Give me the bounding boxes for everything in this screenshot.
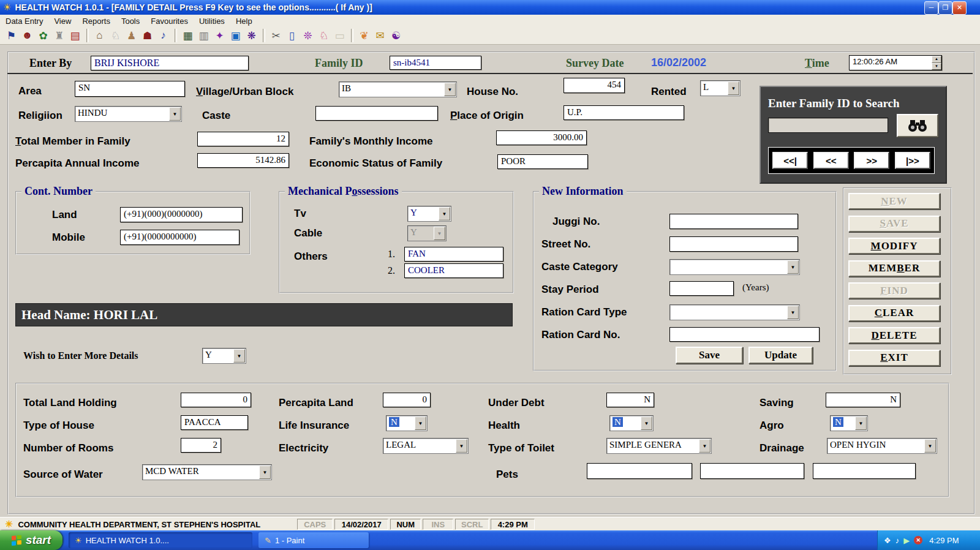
member-icon[interactable]: ☻ (20, 28, 35, 43)
menu-item-tools[interactable]: Tools (116, 16, 145, 26)
health-select[interactable]: N▼ (609, 415, 654, 431)
pets-field-3[interactable] (813, 463, 916, 479)
pets-field-1[interactable] (587, 463, 692, 479)
start-button[interactable]: start (0, 530, 62, 550)
juggi-no-field[interactable] (669, 214, 798, 229)
total-land-field[interactable]: 0 (181, 393, 251, 407)
monitor-icon[interactable]: ▣ (228, 28, 243, 43)
ration-card-type-select[interactable]: ▼ (669, 304, 800, 320)
statue-icon[interactable]: ♟ (124, 28, 139, 43)
percapita-income-field[interactable]: 5142.86 (197, 153, 289, 168)
cut-icon[interactable]: ✂ (268, 28, 284, 43)
maximize-button[interactable]: ❐ (938, 1, 952, 15)
member-button[interactable]: MEMBER (848, 260, 940, 277)
chevron-down-icon[interactable]: ▼ (855, 416, 867, 430)
menu-item-reports[interactable]: Reports (77, 16, 116, 26)
volume-icon[interactable]: ♪ (895, 536, 900, 545)
others-2-field[interactable]: COOLER (404, 263, 503, 278)
source-of-water-select[interactable]: MCD WATER▼ (142, 464, 272, 480)
notes-icon[interactable]: ♪ (156, 28, 171, 43)
chat-icon[interactable]: ✦ (212, 28, 227, 43)
agro-select[interactable]: N▼ (830, 415, 868, 431)
prev-record-button[interactable]: << (813, 152, 849, 169)
menu-item-utilities[interactable]: Utilities (194, 16, 230, 26)
grapes-icon[interactable]: ❋ (244, 28, 259, 43)
stay-period-field[interactable] (669, 281, 734, 296)
rabbit-icon[interactable]: ♘ (316, 28, 331, 43)
chevron-down-icon[interactable]: ▼ (641, 416, 652, 430)
chevron-down-icon[interactable]: ▼ (787, 306, 799, 319)
village-block-select[interactable]: IB▼ (339, 81, 457, 97)
enter-by-field[interactable]: BRIJ KISHORE (91, 56, 249, 70)
chevron-down-icon[interactable]: ▼ (787, 260, 799, 274)
chevron-down-icon[interactable]: ▼ (699, 439, 710, 453)
economic-status-field[interactable]: POOR (497, 154, 588, 169)
drainage-select[interactable]: OPEN HYGIN▼ (827, 438, 937, 454)
house-no-field[interactable]: 454 (564, 78, 625, 93)
type-of-house-field[interactable]: PAACCA (181, 415, 248, 430)
close-button[interactable]: ✕ (952, 1, 967, 15)
books-icon[interactable]: ▤ (67, 28, 83, 43)
house-icon[interactable]: ⌂ (92, 28, 107, 43)
cake-icon[interactable]: ♜ (51, 28, 67, 43)
menu-item-view[interactable]: View (48, 16, 77, 26)
monthly-income-field[interactable]: 3000.00 (496, 130, 587, 145)
family-form-icon[interactable]: ⚑ (4, 28, 19, 43)
tv-select[interactable]: Y▼ (407, 206, 451, 222)
time-field[interactable]: 12:00:26 AM (849, 55, 942, 70)
menu-item-help[interactable]: Help (230, 16, 258, 26)
printer-icon[interactable]: ▦ (180, 28, 195, 43)
security-alert-icon[interactable]: ✕ (914, 536, 922, 544)
clear-button[interactable]: CLEAR (848, 305, 940, 322)
newinfo-save-button[interactable]: Save (676, 347, 743, 364)
task-paint[interactable]: ✎ 1 - Paint (258, 532, 369, 548)
under-debt-field[interactable]: N (606, 393, 654, 407)
minimize-button[interactable]: ─ (924, 1, 938, 15)
sparkle-icon[interactable]: ❊ (300, 28, 315, 43)
exit-button[interactable]: EXIT (848, 350, 940, 366)
electricity-select[interactable]: LEGAL▼ (383, 438, 469, 454)
time-spinner[interactable]: ▲▼ (932, 56, 941, 70)
users-icon[interactable]: ☯ (388, 28, 404, 43)
report-grid-icon[interactable]: ▥ (196, 28, 211, 43)
spinner-up-icon[interactable]: ▲ (932, 56, 941, 63)
network-icon[interactable]: ❖ (884, 536, 891, 545)
task-health-watch[interactable]: ☀ HEALTH WATCH 1.0.... (69, 532, 252, 548)
menu-item-data-entry[interactable]: Data Entry (0, 16, 48, 26)
chevron-down-icon[interactable]: ▼ (259, 465, 271, 479)
number-of-rooms-field[interactable]: 2 (181, 438, 221, 453)
menu-item-favourites[interactable]: Favourites (145, 16, 194, 26)
family-id-field[interactable]: sn-ib4541 (390, 56, 481, 70)
street-no-field[interactable] (669, 236, 798, 252)
percapita-land-field[interactable]: 0 (383, 393, 431, 407)
life-insurance-select[interactable]: N▼ (386, 415, 428, 431)
ration-card-no-field[interactable] (669, 327, 820, 342)
spinner-down-icon[interactable]: ▼ (932, 63, 941, 70)
mill-icon[interactable]: ♘ (108, 28, 123, 43)
land-phone-field[interactable]: (+91)(000)(0000000) (120, 207, 243, 222)
scheduler-icon[interactable]: ▶ (903, 536, 910, 545)
caste-field[interactable] (315, 106, 438, 121)
modify-button[interactable]: MODIFY (848, 238, 940, 254)
rented-select[interactable]: L▼ (700, 80, 741, 96)
last-record-button[interactable]: |>> (895, 152, 930, 169)
type-of-toilet-select[interactable]: SIMPLE GENERA▼ (606, 438, 712, 454)
saving-field[interactable]: N (826, 393, 900, 407)
document-icon[interactable]: ▯ (284, 28, 300, 43)
mail-icon[interactable]: ✉ (372, 28, 388, 43)
chevron-down-icon[interactable]: ▼ (728, 81, 739, 95)
chevron-down-icon[interactable]: ▼ (444, 83, 456, 96)
newinfo-update-button[interactable]: Update (748, 347, 813, 364)
mobile-phone-field[interactable]: (+91)(0000000000) (120, 230, 239, 245)
religion-select[interactable]: HINDU▼ (75, 106, 182, 122)
total-member-field[interactable]: 12 (197, 132, 289, 146)
next-record-button[interactable]: >> (854, 152, 889, 169)
search-button[interactable] (897, 114, 938, 137)
building-icon[interactable]: ☗ (140, 28, 155, 43)
duck-icon[interactable]: ✿ (36, 28, 51, 43)
blank-page-icon[interactable]: ▭ (332, 28, 347, 43)
cat-icon[interactable]: ❦ (356, 28, 372, 43)
chevron-down-icon[interactable]: ▼ (439, 207, 450, 220)
others-1-field[interactable]: FAN (404, 247, 503, 262)
family-id-search-input[interactable] (768, 118, 888, 133)
